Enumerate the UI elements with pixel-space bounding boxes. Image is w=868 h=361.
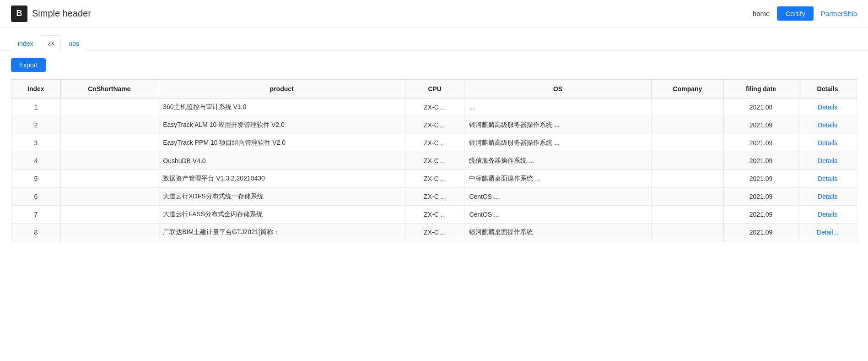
- table-header-row: Index CoShortName product CPU OS Company…: [11, 80, 857, 98]
- col-header-filing-date: filing date: [724, 80, 798, 98]
- data-table: Index CoShortName product CPU OS Company…: [11, 79, 857, 241]
- main-table-container: Index CoShortName product CPU OS Company…: [0, 79, 868, 252]
- details-link[interactable]: Details: [818, 121, 837, 129]
- table-row: 2EasyTrack ALM 10 应用开发管理软件 V2.0ZX-C ...银…: [11, 116, 857, 134]
- details-link[interactable]: Details: [818, 104, 837, 111]
- details-link[interactable]: Details: [818, 193, 837, 200]
- tab-index[interactable]: index: [11, 36, 40, 51]
- partnership-nav-link[interactable]: PartnerShip: [821, 10, 857, 17]
- col-header-company: Company: [651, 80, 723, 98]
- header-right: home Certify PartnerShip: [753, 6, 857, 21]
- table-row: 1360主机监控与审计系统 V1.0ZX-C ......2021.08Deta…: [11, 98, 857, 116]
- details-link[interactable]: Details: [818, 139, 837, 147]
- table-row: 7大道云行FASS分布式全闪存储系统ZX-C ...CentOS ...2021…: [11, 206, 857, 224]
- export-button[interactable]: Export: [11, 58, 46, 72]
- details-link[interactable]: Detail...: [817, 229, 838, 236]
- home-nav-link[interactable]: home: [753, 10, 770, 17]
- col-header-details: Details: [798, 80, 857, 98]
- tab-uos[interactable]: uos: [62, 36, 86, 51]
- app-title: Simple header: [32, 8, 91, 19]
- table-row: 4OushuDB V4.0ZX-C ...统信服务器操作系统 ...2021.0…: [11, 152, 857, 170]
- header-left: B Simple header: [11, 5, 91, 22]
- tab-zx[interactable]: zx: [41, 35, 61, 51]
- col-header-product: product: [158, 80, 405, 98]
- toolbar: Export: [0, 51, 868, 79]
- logo-icon: B: [11, 5, 27, 22]
- table-row: 6大道云行XDFS分布式统一存储系统ZX-C ...CentOS ...2021…: [11, 188, 857, 206]
- tabs-bar: index zx uos: [0, 35, 868, 51]
- col-header-cpu: CPU: [405, 80, 464, 98]
- col-header-coshortname: CoShortName: [60, 80, 158, 98]
- col-header-os: OS: [464, 80, 651, 98]
- table-row: 8广联达BIM土建计量平台GTJ2021[简称：ZX-C ...银河麒麟桌面操作…: [11, 224, 857, 241]
- certify-button[interactable]: Certify: [777, 6, 813, 21]
- table-row: 3EasyTrack PPM 10 项目组合管理软件 V2.0ZX-C ...银…: [11, 134, 857, 152]
- table-row: 5数据资产管理平台 V1.3.2.20210430ZX-C ...中标麒麟桌面操…: [11, 170, 857, 188]
- col-header-index: Index: [11, 80, 61, 98]
- details-link[interactable]: Details: [818, 157, 837, 164]
- details-link[interactable]: Details: [818, 211, 837, 218]
- details-link[interactable]: Details: [818, 175, 837, 182]
- app-header: B Simple header home Certify PartnerShip: [0, 0, 868, 27]
